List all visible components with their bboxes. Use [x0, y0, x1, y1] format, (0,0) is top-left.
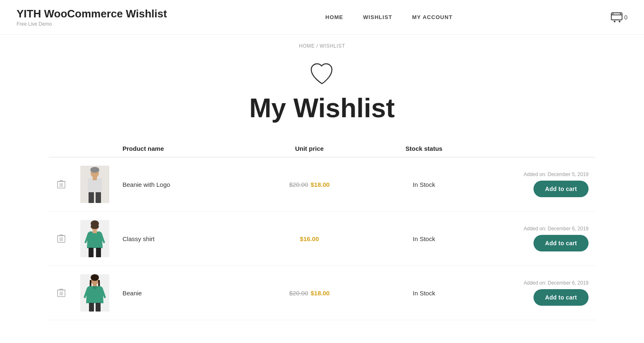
breadcrumb: HOME / WISHLIST	[0, 35, 644, 53]
nav-home[interactable]: HOME	[325, 14, 343, 20]
site-title: YITH WooCommerce Wishlist	[17, 7, 167, 20]
svg-rect-11	[88, 178, 102, 193]
svg-rect-26	[96, 248, 101, 257]
svg-rect-24	[93, 230, 97, 233]
product-art-1	[80, 166, 109, 203]
action-cell-1: Added on: December 5, 2019 Add to cart	[479, 157, 595, 212]
stock-cell-1: In Stock	[369, 157, 479, 212]
action-cell-3: Added on: December 6, 2019 Add to cart	[479, 266, 595, 320]
site-tagline: Free Live Demo	[17, 21, 167, 27]
svg-rect-36	[89, 303, 94, 312]
image-cell-1	[74, 157, 116, 212]
th-unit-price: Unit price	[250, 140, 368, 157]
breadcrumb-current: WISHLIST	[320, 43, 345, 49]
remove-button-2[interactable]	[55, 232, 67, 246]
heart-icon	[310, 61, 334, 86]
product-art-3	[80, 274, 109, 312]
price-cell-2: $16.00	[250, 212, 368, 266]
breadcrumb-home[interactable]: HOME	[299, 43, 315, 49]
product-image-1	[80, 166, 109, 203]
nav-wishlist[interactable]: WISHLIST	[363, 14, 392, 20]
cart-button[interactable]: 0	[611, 12, 627, 22]
added-date-2: Added on: December 6, 2019	[524, 226, 589, 232]
image-cell-3	[74, 266, 116, 320]
table-header-row: Product name Unit price Stock status	[49, 140, 595, 157]
action-inner-1: Added on: December 5, 2019 Add to cart	[486, 172, 589, 197]
th-stock-status: Stock status	[369, 140, 479, 157]
svg-rect-37	[96, 303, 101, 312]
action-inner-3: Added on: December 6, 2019 Add to cart	[486, 280, 589, 306]
trash-icon	[57, 234, 65, 243]
svg-rect-13	[96, 192, 101, 203]
svg-point-23	[91, 224, 99, 229]
add-to-cart-button-2[interactable]: Add to cart	[533, 235, 589, 251]
remove-button-1[interactable]	[55, 178, 67, 191]
page-title: My Wishlist	[249, 93, 394, 123]
svg-point-2	[619, 21, 620, 22]
stock-cell-3: In Stock	[369, 266, 479, 320]
image-cell-2	[74, 212, 116, 266]
th-product-name: Product name	[116, 140, 250, 157]
stock-cell-2: In Stock	[369, 212, 479, 266]
price-cell-3: $20.00$18.00	[250, 266, 368, 320]
action-inner-2: Added on: December 6, 2019 Add to cart	[486, 226, 589, 251]
price-original-1: $20.00	[289, 181, 308, 188]
price-regular-2: $16.00	[300, 235, 319, 242]
product-name-3: Beanie	[116, 266, 250, 320]
svg-point-34	[91, 274, 99, 281]
price-sale-3: $18.00	[311, 290, 330, 297]
product-art-2	[80, 220, 109, 257]
action-cell-2: Added on: December 6, 2019 Add to cart	[479, 212, 595, 266]
price-original-3: $20.00	[289, 290, 308, 297]
wishlist-container: Product name Unit price Stock status	[32, 140, 612, 343]
product-image-2	[80, 220, 109, 257]
th-action	[479, 140, 595, 157]
th-image	[74, 140, 116, 157]
table-row: Beanie $20.00$18.00 In Stock Added on: D…	[49, 266, 595, 320]
remove-button-3[interactable]	[55, 286, 67, 300]
th-remove	[49, 140, 74, 157]
site-header: YITH WooCommerce Wishlist Free Live Demo…	[0, 0, 644, 35]
added-date-1: Added on: December 5, 2019	[524, 172, 589, 177]
price-cell-1: $20.00$18.00	[250, 157, 368, 212]
table-row: Classy shirt $16.00 In Stock Added on: D…	[49, 212, 595, 266]
svg-rect-12	[89, 192, 94, 203]
svg-point-10	[90, 167, 99, 173]
product-name-1: Beanie with Logo	[116, 157, 250, 212]
trash-icon	[57, 288, 65, 297]
main-nav: HOME WISHLIST MY ACCOUNT	[325, 14, 452, 20]
product-name-2: Classy shirt	[116, 212, 250, 266]
added-date-3: Added on: December 6, 2019	[524, 280, 589, 286]
breadcrumb-separator: /	[315, 43, 320, 49]
table-row: Beanie with Logo $20.00$18.00 In Stock A…	[49, 157, 595, 212]
svg-rect-14	[93, 177, 97, 180]
remove-cell-2	[49, 212, 74, 266]
page-title-area: My Wishlist	[0, 53, 644, 140]
svg-point-1	[614, 21, 615, 22]
trash-icon	[57, 179, 65, 188]
cart-icon	[611, 12, 622, 22]
price-sale-1: $18.00	[311, 181, 330, 188]
add-to-cart-button-3[interactable]: Add to cart	[533, 289, 589, 306]
cart-count: 0	[624, 14, 627, 21]
logo-area: YITH WooCommerce Wishlist Free Live Demo	[17, 7, 167, 27]
nav-my-account[interactable]: MY ACCOUNT	[412, 14, 453, 20]
add-to-cart-button-1[interactable]: Add to cart	[533, 181, 589, 197]
remove-cell-3	[49, 266, 74, 320]
remove-cell-1	[49, 157, 74, 212]
svg-rect-25	[89, 248, 94, 257]
wishlist-table: Product name Unit price Stock status	[49, 140, 595, 320]
product-image-3	[80, 274, 109, 312]
